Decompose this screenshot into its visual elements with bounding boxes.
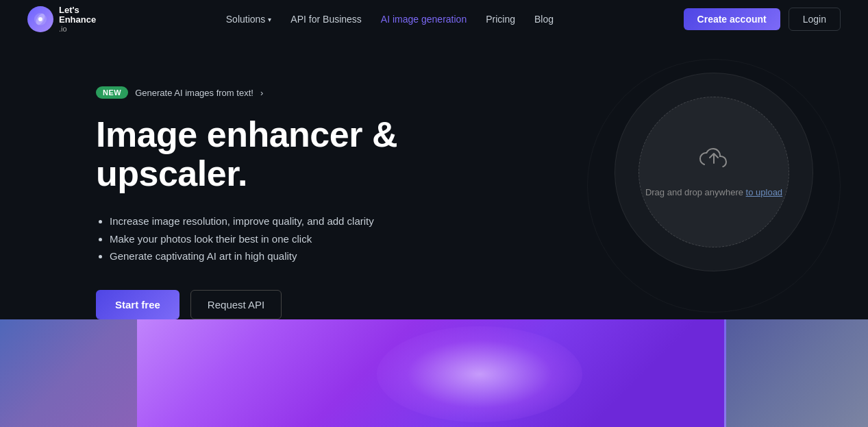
bullet-3: Generate captivating AI art in high qual… (110, 247, 466, 265)
nav-blog[interactable]: Blog (534, 14, 554, 25)
nav-pricing[interactable]: Pricing (486, 14, 515, 25)
hero-left: NEW Generate AI images from text! › Imag… (96, 80, 466, 319)
logo-icon (27, 6, 53, 32)
upload-link[interactable]: to upload (746, 187, 783, 197)
hero-bullets: Increase image resolution, improve quali… (96, 212, 466, 265)
navbar-center: Solutions ▾ API for Business AI image ge… (226, 14, 554, 25)
hero-title: Image enhancer & upscaler. (96, 115, 466, 193)
create-account-button[interactable]: Create account (684, 8, 780, 30)
nav-solutions[interactable]: Solutions ▾ (226, 14, 272, 25)
badge-arrow-icon: › (260, 88, 263, 98)
bottom-glow (377, 326, 582, 422)
request-api-button[interactable]: Request API (190, 290, 282, 319)
bullet-1: Increase image resolution, improve quali… (110, 212, 466, 230)
login-button[interactable]: Login (789, 8, 841, 31)
hero-section: NEW Generate AI images from text! › Imag… (0, 38, 868, 319)
navbar-right: Create account Login (684, 8, 841, 31)
upload-text: Drag and drop anywhere to upload (645, 187, 782, 197)
nav-ai-image[interactable]: AI image generation (381, 14, 467, 25)
bottom-gradient-right (724, 319, 868, 427)
logo-text: Let's Enhance .io (59, 5, 96, 34)
bottom-gradient-left (0, 319, 137, 427)
hero-buttons: Start free Request API (96, 290, 466, 319)
new-badge: NEW (96, 86, 128, 99)
bottom-image-center (137, 319, 726, 427)
svg-point-2 (38, 17, 42, 21)
bottom-image-section (0, 319, 868, 427)
start-free-button[interactable]: Start free (96, 290, 179, 319)
badge-text: Generate AI images from text! (135, 88, 253, 98)
logo[interactable]: Let's Enhance .io (27, 5, 96, 34)
bullet-2: Make your photos look their best in one … (110, 230, 466, 248)
nav-api-business[interactable]: API for Business (290, 14, 362, 25)
navbar: Let's Enhance .io Solutions ▾ API for Bu… (0, 0, 868, 38)
upload-circle-outer: Drag and drop anywhere to upload (615, 73, 813, 271)
upload-area[interactable]: Drag and drop anywhere to upload (615, 73, 813, 271)
chevron-down-icon: ▾ (268, 16, 271, 23)
new-badge-row: NEW Generate AI images from text! › (96, 86, 466, 99)
upload-cloud-icon (699, 147, 729, 178)
upload-circle-inner[interactable]: Drag and drop anywhere to upload (638, 97, 789, 247)
